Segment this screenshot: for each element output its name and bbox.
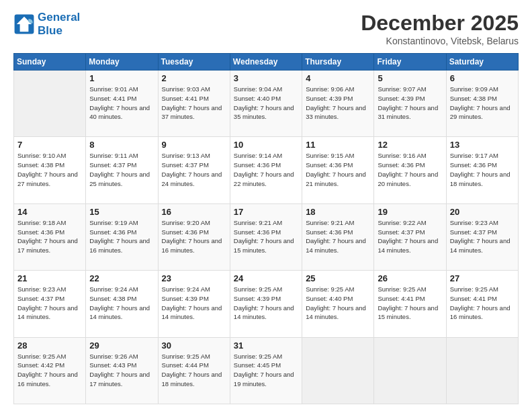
day-details: Sunrise: 9:15 AM Sunset: 4:36 PM Dayligh… [306,151,370,188]
calendar-cell: 9Sunrise: 9:13 AM Sunset: 4:37 PM Daylig… [158,137,230,203]
day-details: Sunrise: 9:06 AM Sunset: 4:39 PM Dayligh… [306,85,370,122]
day-details: Sunrise: 9:26 AM Sunset: 4:43 PM Dayligh… [89,352,154,389]
day-number: 17 [234,207,298,217]
calendar-cell: 12Sunrise: 9:16 AM Sunset: 4:36 PM Dayli… [374,137,446,203]
title-block: December 2025 Konstantinovo, Vitebsk, Be… [361,11,519,46]
calendar-cell: 8Sunrise: 9:11 AM Sunset: 4:37 PM Daylig… [86,137,158,203]
day-number: 12 [378,140,442,150]
day-number: 8 [89,140,154,150]
day-number: 1 [89,73,154,83]
day-details: Sunrise: 9:17 AM Sunset: 4:36 PM Dayligh… [450,151,515,188]
calendar-cell: 25Sunrise: 9:25 AM Sunset: 4:40 PM Dayli… [302,271,374,337]
calendar-cell: 17Sunrise: 9:21 AM Sunset: 4:36 PM Dayli… [230,203,302,270]
calendar-cell: 6Sunrise: 9:09 AM Sunset: 4:38 PM Daylig… [446,71,518,137]
day-number: 30 [162,340,226,351]
calendar-cell: 24Sunrise: 9:25 AM Sunset: 4:39 PM Dayli… [230,271,302,337]
day-number: 26 [378,273,442,283]
day-number: 19 [378,207,442,217]
day-details: Sunrise: 9:25 AM Sunset: 4:39 PM Dayligh… [234,285,298,322]
calendar-cell: 30Sunrise: 9:25 AM Sunset: 4:44 PM Dayli… [158,337,230,404]
day-details: Sunrise: 9:11 AM Sunset: 4:37 PM Dayligh… [89,151,154,188]
calendar-cell: 11Sunrise: 9:15 AM Sunset: 4:36 PM Dayli… [302,137,374,203]
day-number: 3 [234,73,298,83]
day-details: Sunrise: 9:01 AM Sunset: 4:41 PM Dayligh… [89,85,154,122]
calendar-cell: 20Sunrise: 9:23 AM Sunset: 4:37 PM Dayli… [446,203,518,270]
day-number: 16 [162,207,226,217]
day-number: 24 [234,273,298,283]
day-number: 31 [234,340,298,351]
day-number: 25 [306,273,370,283]
calendar-cell: 3Sunrise: 9:04 AM Sunset: 4:40 PM Daylig… [230,71,302,137]
calendar-cell: 18Sunrise: 9:21 AM Sunset: 4:36 PM Dayli… [302,203,374,270]
day-number: 13 [450,140,515,150]
day-details: Sunrise: 9:24 AM Sunset: 4:38 PM Dayligh… [89,285,154,322]
page: General Blue December 2025 Konstantinovo… [0,0,532,411]
calendar-table: SundayMondayTuesdayWednesdayThursdayFrid… [13,53,519,404]
calendar-cell: 16Sunrise: 9:20 AM Sunset: 4:36 PM Dayli… [158,203,230,270]
column-header-friday: Friday [374,54,446,71]
day-number: 10 [234,140,298,150]
day-details: Sunrise: 9:03 AM Sunset: 4:41 PM Dayligh… [162,85,226,122]
day-details: Sunrise: 9:10 AM Sunset: 4:38 PM Dayligh… [17,151,82,188]
day-number: 9 [162,140,226,150]
day-number: 4 [306,73,370,83]
calendar-cell: 23Sunrise: 9:24 AM Sunset: 4:39 PM Dayli… [158,271,230,337]
calendar-cell [374,337,446,404]
calendar-cell: 1Sunrise: 9:01 AM Sunset: 4:41 PM Daylig… [86,71,158,137]
day-number: 11 [306,140,370,150]
day-number: 6 [450,73,515,83]
day-number: 2 [162,73,226,83]
day-details: Sunrise: 9:20 AM Sunset: 4:36 PM Dayligh… [162,218,226,255]
calendar-cell: 21Sunrise: 9:23 AM Sunset: 4:37 PM Dayli… [14,271,86,337]
day-details: Sunrise: 9:04 AM Sunset: 4:40 PM Dayligh… [234,85,298,122]
day-number: 20 [450,207,515,217]
day-details: Sunrise: 9:21 AM Sunset: 4:36 PM Dayligh… [234,218,298,255]
day-details: Sunrise: 9:25 AM Sunset: 4:42 PM Dayligh… [17,352,82,389]
day-number: 21 [17,273,82,283]
calendar-cell: 27Sunrise: 9:25 AM Sunset: 4:41 PM Dayli… [446,271,518,337]
header: General Blue December 2025 Konstantinovo… [13,11,519,46]
day-number: 23 [162,273,226,283]
calendar-cell [302,337,374,404]
column-header-tuesday: Tuesday [158,54,230,71]
day-details: Sunrise: 9:25 AM Sunset: 4:41 PM Dayligh… [378,285,442,322]
day-details: Sunrise: 9:09 AM Sunset: 4:38 PM Dayligh… [450,85,515,122]
calendar-cell: 31Sunrise: 9:25 AM Sunset: 4:45 PM Dayli… [230,337,302,404]
day-details: Sunrise: 9:25 AM Sunset: 4:44 PM Dayligh… [162,352,226,389]
day-details: Sunrise: 9:19 AM Sunset: 4:36 PM Dayligh… [89,218,154,255]
calendar-cell: 28Sunrise: 9:25 AM Sunset: 4:42 PM Dayli… [14,337,86,404]
day-details: Sunrise: 9:13 AM Sunset: 4:37 PM Dayligh… [162,151,226,188]
month-title: December 2025 [361,11,519,36]
calendar-cell: 26Sunrise: 9:25 AM Sunset: 4:41 PM Dayli… [374,271,446,337]
calendar-cell: 2Sunrise: 9:03 AM Sunset: 4:41 PM Daylig… [158,71,230,137]
day-number: 27 [450,273,515,283]
logo-blue: Blue [38,24,80,38]
column-header-wednesday: Wednesday [230,54,302,71]
column-header-sunday: Sunday [14,54,86,71]
logo-general: General [38,11,80,24]
day-details: Sunrise: 9:25 AM Sunset: 4:41 PM Dayligh… [450,285,515,322]
day-details: Sunrise: 9:14 AM Sunset: 4:36 PM Dayligh… [234,151,298,188]
calendar-cell: 7Sunrise: 9:10 AM Sunset: 4:38 PM Daylig… [14,137,86,203]
calendar-cell: 22Sunrise: 9:24 AM Sunset: 4:38 PM Dayli… [86,271,158,337]
logo-icon [13,13,35,35]
calendar-cell: 19Sunrise: 9:22 AM Sunset: 4:37 PM Dayli… [374,203,446,270]
day-number: 29 [89,340,154,351]
calendar-cell: 29Sunrise: 9:26 AM Sunset: 4:43 PM Dayli… [86,337,158,404]
day-details: Sunrise: 9:22 AM Sunset: 4:37 PM Dayligh… [378,218,442,255]
location: Konstantinovo, Vitebsk, Belarus [361,36,519,46]
day-details: Sunrise: 9:23 AM Sunset: 4:37 PM Dayligh… [17,285,82,322]
calendar-cell: 14Sunrise: 9:18 AM Sunset: 4:36 PM Dayli… [14,203,86,270]
day-number: 28 [17,340,82,351]
calendar-cell [446,337,518,404]
day-details: Sunrise: 9:25 AM Sunset: 4:40 PM Dayligh… [306,285,370,322]
day-details: Sunrise: 9:25 AM Sunset: 4:45 PM Dayligh… [234,352,298,389]
logo: General Blue [13,11,80,37]
day-number: 18 [306,207,370,217]
day-number: 7 [17,140,82,150]
day-details: Sunrise: 9:24 AM Sunset: 4:39 PM Dayligh… [162,285,226,322]
column-header-saturday: Saturday [446,54,518,71]
day-number: 5 [378,73,442,83]
day-details: Sunrise: 9:07 AM Sunset: 4:39 PM Dayligh… [378,85,442,122]
day-details: Sunrise: 9:16 AM Sunset: 4:36 PM Dayligh… [378,151,442,188]
